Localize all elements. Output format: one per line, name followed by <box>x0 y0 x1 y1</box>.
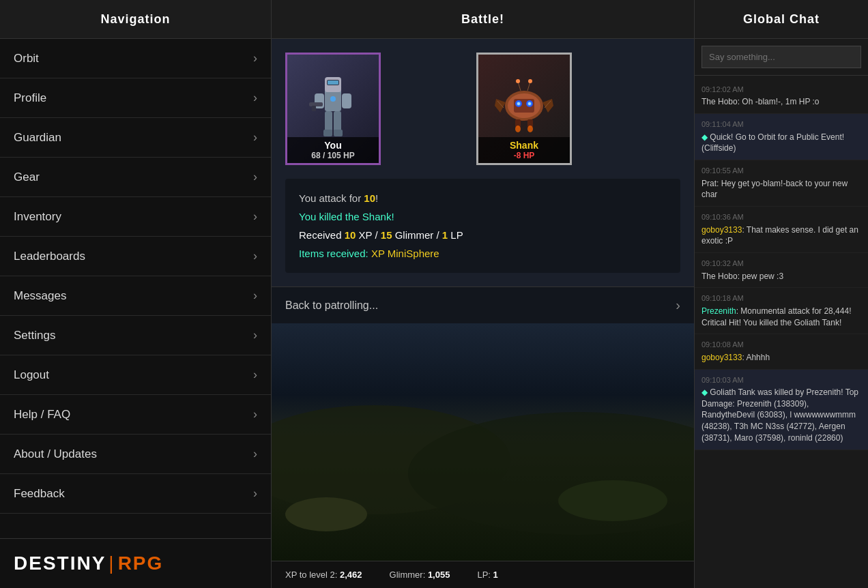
sidebar-label-inventory: Inventory <box>14 210 61 224</box>
battle-combatants: You 68 / 105 HP <box>285 53 680 165</box>
battle-log-kill: You killed the Shank! <box>299 207 667 226</box>
sidebar-label-gear: Gear <box>14 171 40 184</box>
sidebar-label-guardian: Guardian <box>14 131 61 145</box>
chat-message: 09:10:36 AM goboy3133: That makes sense.… <box>695 207 868 253</box>
battle-log-mid2: Glimmer / <box>392 229 442 241</box>
svg-rect-6 <box>342 93 351 108</box>
svg-rect-8 <box>334 111 341 132</box>
sidebar-label-settings: Settings <box>14 329 55 342</box>
sidebar-item-help[interactable]: Help / FAQ › <box>0 395 271 435</box>
chat-title: Global Chat <box>743 12 820 27</box>
sidebar-item-leaderboards[interactable]: Leaderboards › <box>0 237 271 276</box>
battle-log-line1: You attack for 10! <box>299 189 667 207</box>
svg-point-34 <box>528 79 532 83</box>
battle-log-reward-prefix: Received <box>299 229 345 241</box>
logo: DESTINY | RPG <box>14 553 257 574</box>
status-bar: XP to level 2: 2,462 Glimmer: 1,055 LP: … <box>272 561 694 588</box>
sidebar-item-logout[interactable]: Logout › <box>0 355 271 395</box>
sidebar-item-gear[interactable]: Gear › <box>0 158 271 197</box>
battle-log-damage: 10 <box>364 192 375 204</box>
chat-message: 09:12:02 AM The Hobo: Oh -blam!-, 1m HP … <box>695 79 868 114</box>
svg-rect-10 <box>334 130 343 136</box>
sidebar-item-feedback[interactable]: Feedback › <box>0 474 271 514</box>
battle-log-lp: 1 <box>442 229 448 241</box>
battle-log-mid1: XP / <box>356 229 380 241</box>
chevron-right-icon: › <box>253 209 257 224</box>
svg-point-33 <box>516 79 520 83</box>
sidebar-item-guardian[interactable]: Guardian › <box>0 118 271 158</box>
glimmer-value: 1,055 <box>428 570 450 580</box>
chevron-right-icon: › <box>253 170 257 184</box>
back-to-patrolling-button[interactable]: Back to patrolling... › <box>272 286 694 323</box>
lp-status: LP: 1 <box>477 570 497 580</box>
svg-rect-11 <box>309 102 323 106</box>
sidebar-item-orbit[interactable]: Orbit › <box>0 39 271 78</box>
background-scene <box>272 323 694 561</box>
sidebar-item-about[interactable]: About / Updates › <box>0 435 271 474</box>
chevron-right-icon: › <box>253 407 257 422</box>
svg-point-29 <box>515 126 521 132</box>
chat-message: 09:10:18 AM Prezenith: Monumental attack… <box>695 288 868 334</box>
enemy-card: Shank -8 HP <box>476 53 572 165</box>
sidebar-item-profile[interactable]: Profile › <box>0 78 271 118</box>
chat-message: 09:10:08 AM goboy3133: Ahhhh <box>695 334 868 369</box>
chat-username: goboy3133 <box>701 353 742 362</box>
battle-log-suffix: ! <box>375 192 378 204</box>
chevron-right-icon: › <box>253 447 257 461</box>
svg-line-32 <box>527 82 530 91</box>
player-name: You <box>290 140 376 151</box>
chevron-right-icon: › <box>676 297 680 313</box>
svg-point-21 <box>517 102 520 105</box>
sidebar-title: Navigation <box>100 12 170 27</box>
chat-username: The Hobo <box>701 97 738 106</box>
battle-log-item-prefix: Items received: <box>299 248 371 259</box>
chat-input-area <box>695 39 868 76</box>
sidebar-label-messages: Messages <box>14 289 66 303</box>
lp-label: LP: <box>477 570 491 580</box>
logo-rpg: RPG <box>118 553 164 574</box>
sidebar-item-inventory[interactable]: Inventory › <box>0 197 271 237</box>
chevron-right-icon: › <box>253 91 257 105</box>
enemy-name: Shank <box>481 140 567 151</box>
chevron-right-icon: › <box>253 368 257 382</box>
sidebar-item-messages[interactable]: Messages › <box>0 276 271 316</box>
sidebar: Navigation Orbit › Profile › Guardian › … <box>0 0 272 588</box>
chat-username: Prezenith <box>701 306 736 316</box>
svg-rect-3 <box>328 80 338 85</box>
sidebar-label-help: Help / FAQ <box>14 408 70 422</box>
svg-rect-9 <box>323 130 332 136</box>
battle-log: You attack for 10! You killed the Shank!… <box>285 179 680 273</box>
chat-messages: 09:12:02 AM The Hobo: Oh -blam!-, 1m HP … <box>695 76 868 588</box>
svg-rect-7 <box>325 111 332 132</box>
scene-svg <box>272 323 694 561</box>
logo-destiny: DESTINY <box>14 553 106 574</box>
chevron-right-icon: › <box>253 51 257 65</box>
svg-rect-12 <box>312 106 316 111</box>
glimmer-status: Glimmer: 1,055 <box>390 570 450 580</box>
player-card: You 68 / 105 HP <box>285 53 381 165</box>
battle-log-xp: 10 <box>345 229 356 241</box>
xp-value: 2,462 <box>340 570 362 580</box>
svg-line-31 <box>518 82 521 91</box>
sidebar-item-settings[interactable]: Settings › <box>0 316 271 355</box>
battle-log-line4: Items received: XP MiniSphere <box>299 244 667 263</box>
lp-value: 1 <box>493 570 498 580</box>
main-area: Battle! <box>272 0 694 588</box>
battle-log-line3: Received 10 XP / 15 Glimmer / 1 LP <box>299 226 667 244</box>
player-combatant: You 68 / 105 HP <box>285 53 381 165</box>
main-header: Battle! <box>272 0 694 39</box>
xp-label: XP to level 2: <box>285 570 337 580</box>
sidebar-header: Navigation <box>0 0 271 39</box>
sidebar-label-about: About / Updates <box>14 447 97 461</box>
sidebar-footer: DESTINY | RPG <box>0 538 271 588</box>
svg-point-30 <box>527 126 533 132</box>
svg-point-13 <box>330 96 336 102</box>
enemy-card-label: Shank -8 HP <box>478 137 570 163</box>
logo-separator: | <box>108 553 115 574</box>
chat-panel: Global Chat 09:12:02 AM The Hobo: Oh -bl… <box>694 0 868 588</box>
sidebar-label-profile: Profile <box>14 91 46 105</box>
chat-input[interactable] <box>701 46 861 68</box>
battle-log-item-name: XP MiniSphere <box>371 248 439 259</box>
enemy-combatant: Shank -8 HP <box>476 53 572 165</box>
xp-status: XP to level 2: 2,462 <box>285 570 362 580</box>
